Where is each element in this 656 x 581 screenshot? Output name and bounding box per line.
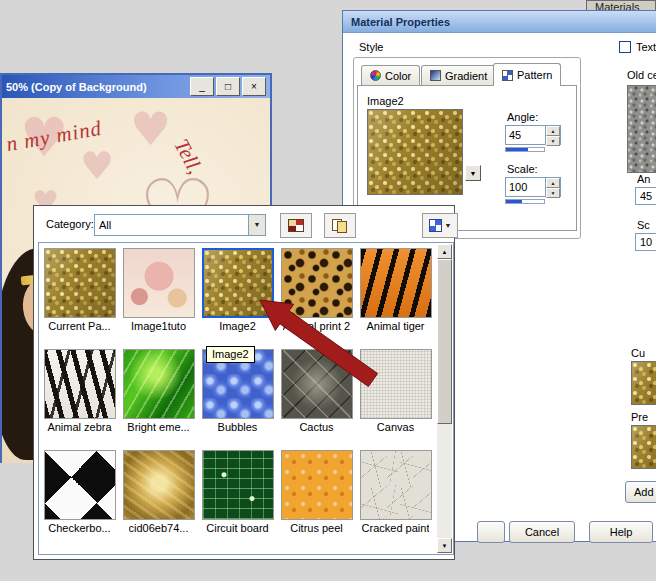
right-angle-label: An [637, 173, 650, 185]
previous-material-thumbnail [631, 425, 656, 469]
pattern-item[interactable]: Current Pa... [40, 246, 119, 347]
pattern-item[interactable]: Image2 [198, 246, 277, 347]
gradient-tab-icon [430, 70, 441, 81]
pink-collage-thumbnail[interactable] [123, 248, 195, 318]
category-value: All [95, 215, 248, 235]
pattern-label: Animal print 2 [283, 320, 350, 332]
pattern-picker-panel: Category: All ▼ ▼ Current Pa...Image1tut… [33, 205, 455, 560]
leopard-thumbnail[interactable] [281, 248, 353, 318]
right-scale-value[interactable]: 10 [635, 233, 656, 251]
ok-button[interactable] [477, 521, 505, 543]
tab-pattern-label: Pattern [517, 69, 552, 81]
angle-spinner[interactable]: 45 ▲ ▼ [505, 125, 561, 145]
minimize-icon: _ [199, 81, 205, 92]
pattern-tab-icon [502, 70, 513, 81]
pattern-item[interactable]: Bright eme... [119, 347, 198, 448]
category-dropdown[interactable]: All ▼ [94, 214, 266, 236]
circuit-thumbnail[interactable] [202, 450, 274, 520]
gold-sequins-thumbnail[interactable] [202, 248, 274, 318]
image-window-title: 50% (Copy of Background) [6, 81, 190, 93]
window-controls: _ □ × [190, 77, 266, 96]
heart-icon: ♥ [130, 102, 171, 156]
spin-up-icon[interactable]: ▲ [546, 126, 560, 136]
tab-gradient[interactable]: Gradient [421, 65, 496, 85]
spin-down-icon[interactable]: ▼ [546, 188, 560, 198]
pattern-label: Image2 [219, 320, 256, 332]
close-button[interactable]: × [242, 77, 266, 96]
tiger-thumbnail[interactable] [360, 248, 432, 318]
pattern-item[interactable]: cid06eb74... [119, 448, 198, 549]
copy-pattern-button[interactable] [324, 213, 356, 238]
old-texture-thumbnail[interactable] [627, 85, 656, 173]
scale-spin-buttons: ▲ ▼ [545, 178, 560, 196]
pattern-item[interactable]: Canvas [356, 347, 435, 448]
help-button[interactable]: Help [589, 521, 653, 543]
cancel-button[interactable]: Cancel [509, 521, 575, 543]
checkerboard-thumbnail[interactable] [44, 450, 116, 520]
pattern-label: Cracked paint [362, 522, 430, 534]
scrollbar[interactable]: ▲ ▼ [437, 244, 452, 553]
pattern-item[interactable]: Circuit board [198, 448, 277, 549]
close-icon: × [251, 81, 257, 92]
citrus-thumbnail[interactable] [281, 450, 353, 520]
pattern-item[interactable]: Animal print 2 [277, 246, 356, 347]
angle-label: Angle: [507, 111, 538, 123]
pattern-label: Canvas [377, 421, 414, 433]
edit-pattern-button[interactable] [280, 213, 312, 238]
pattern-item[interactable]: Cactus [277, 347, 356, 448]
angle-slider[interactable] [505, 147, 545, 152]
gold-foil-thumbnail[interactable] [123, 450, 195, 520]
scale-value[interactable]: 100 [506, 178, 545, 196]
tab-color[interactable]: Color [361, 65, 420, 85]
heart-icon: ♥ [80, 144, 114, 188]
texture-label: Text [636, 41, 656, 53]
gold-sequins-thumbnail[interactable] [44, 248, 116, 318]
spin-up-icon[interactable]: ▲ [546, 178, 560, 188]
spin-down-icon[interactable]: ▼ [546, 136, 560, 146]
scale-spinner[interactable]: 100 ▲ ▼ [505, 177, 561, 197]
pattern-label: cid06eb74... [129, 522, 189, 534]
previous-material-label: Pre [631, 411, 648, 423]
angle-value[interactable]: 45 [506, 126, 545, 144]
pattern-item[interactable]: Checkerbo... [40, 448, 119, 549]
chevron-down-icon: ▼ [254, 221, 261, 228]
scrollbar-thumb[interactable] [437, 259, 452, 424]
tab-color-label: Color [385, 70, 411, 82]
texture-checkbox[interactable] [619, 41, 631, 53]
pattern-item[interactable]: Citrus peel [277, 448, 356, 549]
right-angle-value[interactable]: 45 [635, 187, 656, 205]
quilt-thumbnail[interactable] [281, 349, 353, 419]
style-label: Style [359, 41, 383, 53]
pattern-item[interactable]: Animal zebra [40, 347, 119, 448]
restore-button[interactable]: □ [216, 77, 240, 96]
current-material-thumbnail [631, 361, 656, 405]
add-to-button[interactable]: Add to [625, 481, 656, 503]
pattern-grid: Current Pa...Image1tutoImage2Animal prin… [40, 244, 438, 553]
pattern-item[interactable]: Animal tiger [356, 246, 435, 347]
restore-icon: □ [225, 81, 231, 92]
image-window-titlebar[interactable]: 50% (Copy of Background) _ □ × [2, 75, 270, 98]
swatch-icon [288, 219, 304, 232]
selected-pattern-name: Image2 [367, 95, 404, 107]
cracked-thumbnail[interactable] [360, 450, 432, 520]
current-material-label: Cu [631, 347, 645, 359]
pattern-preview-dropdown-button[interactable]: ▼ [465, 165, 481, 181]
zebra-thumbnail[interactable] [44, 349, 116, 419]
pattern-item[interactable]: Cracked paint [356, 448, 435, 549]
pattern-label: Animal zebra [47, 421, 111, 433]
pattern-item[interactable]: Image1tuto [119, 246, 198, 347]
canvas-thumbnail[interactable] [360, 349, 432, 419]
tab-pattern[interactable]: Pattern [493, 63, 561, 86]
pattern-preview[interactable] [367, 109, 463, 195]
scale-slider[interactable] [505, 199, 545, 204]
old-pattern-label: Old ce [627, 69, 656, 81]
dialog-titlebar[interactable]: Material Properties [343, 11, 656, 33]
color-tab-icon [370, 70, 381, 81]
dropdown-arrow-button[interactable]: ▼ [248, 215, 265, 235]
view-options-button[interactable]: ▼ [422, 213, 458, 238]
scroll-up-button[interactable]: ▲ [437, 244, 452, 259]
minimize-button[interactable]: _ [190, 77, 214, 96]
scroll-down-button[interactable]: ▼ [437, 538, 452, 553]
tab-gradient-label: Gradient [445, 70, 487, 82]
emerald-thumbnail[interactable] [123, 349, 195, 419]
